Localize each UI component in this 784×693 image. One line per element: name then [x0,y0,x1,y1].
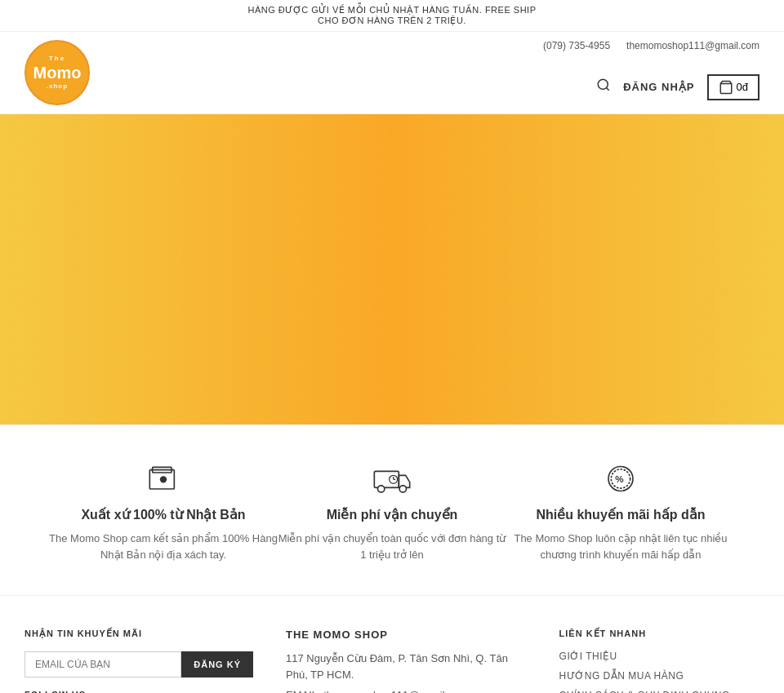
feature-desc-1: The Momo Shop cam kết sản phẩm 100% Hàng… [49,531,278,562]
newsletter-form: ĐĂNG KÝ [24,651,253,677]
link-huong-dan[interactable]: HƯỚNG DẪN MUA HÀNG [559,670,684,682]
feature-desc-2: Miễn phí vận chuyển toàn quốc với đơn hà… [278,531,506,562]
header-email: themomoshop111@gmail.com [626,40,760,51]
logo-area[interactable]: The Momo .shop [24,40,90,105]
hero-banner-inner [0,114,784,424]
newsletter-submit[interactable]: ĐĂNG KÝ [181,651,253,677]
announcement-line1: HÀNG ĐƯỢC GỬI VỀ MỖI CHỦ NHẬT HÀNG TUẦN.… [16,5,768,16]
box-icon [139,458,188,499]
footer-links: LIÊN KẾT NHANH GIỚI THIỆU HƯỚNG DẪN MUA … [559,629,760,693]
feature-item-1: Xuất xứ 100% từ Nhật Bản The Momo Shop c… [49,458,278,562]
links-heading: LIÊN KẾT NHANH [559,629,760,639]
footer-newsletter: NHẬN TIN KHUYẾN MÃI ĐĂNG KÝ FOLLOW US [24,629,253,693]
feature-title-1: Xuất xứ 100% từ Nhật Bản [81,507,245,522]
features-section: Xuất xứ 100% từ Nhật Bản The Momo Shop c… [0,424,784,595]
header-nav-right: (079) 735-4955 themomoshop111@gmail.com … [596,46,760,100]
svg-line-1 [607,87,609,90]
logo-momo: Momo [33,63,82,82]
logo-the: The [33,55,82,63]
header-contact: (079) 735-4955 themomoshop111@gmail.com [543,40,760,51]
footer-shop-info: THE MOMO SHOP 117 Nguyễn Cừu Đàm, P. Tân… [286,629,527,693]
link-gioi-thieu[interactable]: GIỚI THIỆU [559,651,617,662]
header: The Momo .shop (079) 735-4955 themomosho… [0,32,784,114]
discount-icon: % [596,458,645,499]
feature-title-2: Miễn phí vận chuyển [327,507,458,522]
shop-email-link[interactable]: themomoshop111@gmail.com [323,689,468,693]
header-phone: (079) 735-4955 [543,40,610,51]
hero-banner [0,114,784,424]
newsletter-input[interactable] [24,651,181,677]
shop-address: 117 Nguyễn Cừu Đàm, P. Tân Sơn Nhì, Q. T… [286,651,527,682]
search-icon [596,78,611,92]
cart-button[interactable]: 0đ [707,74,760,100]
list-item: HƯỚNG DẪN MUA HÀNG [559,669,760,682]
svg-point-7 [378,485,385,491]
truck-icon [368,458,416,499]
list-item: CHÍNH SÁCH & QUY ĐỊNH CHUNG [559,688,760,693]
cart-icon [719,80,733,95]
shop-name: THE MOMO SHOP [286,629,527,641]
svg-point-0 [598,79,608,89]
follow-label: FOLLOW US [24,690,253,693]
logo-circle[interactable]: The Momo .shop [24,40,90,105]
logo-shop: .shop [33,82,82,91]
feature-item-2: Miễn phí vận chuyển Miễn phí vận chuyển … [278,458,506,562]
feature-desc-3: The Momo Shop luôn cập nhật liên tục nhi… [506,531,735,562]
svg-text:%: % [615,473,624,484]
list-item: GIỚI THIỆU [559,649,760,662]
svg-point-8 [399,485,406,491]
cart-count: 0đ [737,81,748,93]
feature-title-3: Nhiều khuyến mãi hấp dẫn [536,507,705,522]
links-list: GIỚI THIỆU HƯỚNG DẪN MUA HÀNG CHÍNH SÁCH… [559,649,760,693]
feature-item-3: % Nhiều khuyến mãi hấp dẫn The Momo Shop… [506,458,735,562]
link-chinh-sach-chung[interactable]: CHÍNH SÁCH & QUY ĐỊNH CHUNG [559,690,730,693]
newsletter-heading: NHẬN TIN KHUYẾN MÃI [24,629,253,639]
header-actions: ĐĂNG NHẬP 0đ [596,74,760,100]
logo-text: The Momo .shop [33,55,82,90]
announcement-line2: CHO ĐƠN HÀNG TRÊN 2 TRIỆU. [16,16,768,26]
announcement-bar: HÀNG ĐƯỢC GỬI VỀ MỖI CHỦ NHẬT HÀNG TUẦN.… [0,0,784,32]
svg-point-5 [160,476,167,482]
search-button[interactable] [596,78,611,96]
shop-email: EMAIL: themomoshop111@gmail.com [286,687,527,693]
footer-top: NHẬN TIN KHUYẾN MÃI ĐĂNG KÝ FOLLOW US [24,629,760,693]
login-button[interactable]: ĐĂNG NHẬP [623,81,694,93]
footer: NHẬN TIN KHUYẾN MÃI ĐĂNG KÝ FOLLOW US [0,595,784,693]
